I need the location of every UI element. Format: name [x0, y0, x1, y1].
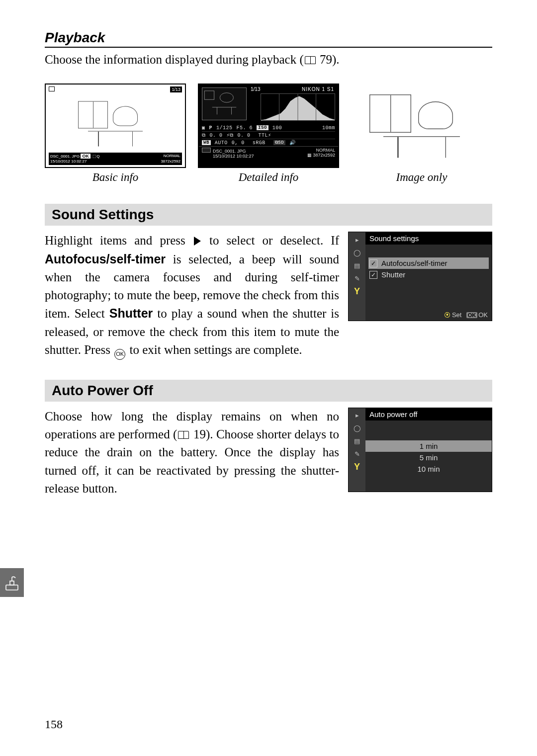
camera-model: NIKON 1 S1 — [302, 86, 334, 92]
apo-option-10min[interactable]: 10 min — [365, 463, 492, 475]
thumb-imageonly-caption: Image only — [396, 171, 448, 184]
menu-footer: ⦿Set OKOK — [365, 309, 492, 321]
thumb-detailed-image: 1/13 NIKON 1 S1 ▣ P 1/125 F5. 6 ISO 100 — [198, 84, 339, 168]
datetime: 15/10/2012 10:02:27 — [213, 154, 254, 159]
menu-items: ✓ Autofocus/self-timer ✓ Shutter — [365, 253, 492, 284]
flash-comp-icon: ⚡⧉ — [227, 132, 234, 138]
focal-length: 10mm — [322, 125, 335, 131]
ok-button-icon: OK — [114, 349, 125, 360]
side-tab-icon — [0, 568, 24, 597]
heading-auto-power-off: Auto Power Off — [45, 380, 492, 402]
thumb-basic: 1/13 DSC_0001. JPG OK: ⬚Q NORMAL 15/10/2… — [45, 84, 186, 184]
text: to exit when settings are complete. — [126, 343, 302, 356]
thumb-basic-caption: Basic info — [92, 171, 139, 184]
right-triangle-icon — [194, 237, 201, 246]
foot-ok: OK — [478, 311, 488, 319]
selector-icon: ⦿ — [444, 311, 450, 319]
dimensions: 3872x2592 — [313, 153, 335, 158]
apo-options: 1 min 5 min 10 min — [365, 440, 492, 475]
foot-set: Set — [452, 311, 462, 319]
heading-playback: Playback — [45, 30, 492, 48]
page-ref: 19 — [193, 427, 206, 441]
color-space: sRGB — [253, 140, 266, 146]
ok-pill: OK — [466, 312, 478, 318]
menu-screenshot-sound: ▸ ◯ ▤ ✎ Y Sound settings ✓ Autofocus/sel… — [348, 232, 492, 321]
svg-rect-9 — [10, 581, 14, 585]
frame-counter: 1/13 — [170, 86, 182, 92]
image-tab-icon: ▤ — [353, 438, 361, 445]
camera-icon: ▣ — [202, 125, 205, 131]
iso-value: 100 — [272, 125, 282, 131]
svg-rect-0 — [204, 91, 214, 99]
processing-tab-icon: ✎ — [353, 451, 361, 458]
wb-badge: WB — [202, 140, 211, 145]
menu-sidebar: ▸ ◯ ▤ ✎ Y — [349, 232, 365, 321]
menu-title: Sound settings — [365, 232, 492, 245]
histogram — [261, 93, 335, 120]
quality-label: NORMAL — [164, 154, 180, 159]
mini-thumbnail — [202, 87, 247, 120]
ok-badge: OK — [81, 154, 90, 159]
svg-point-1 — [220, 93, 233, 102]
frame-counter: 1/13 — [251, 86, 260, 92]
bold-autofocus: Autofocus/self-timer — [45, 252, 166, 266]
playback-intro: Choose the information displayed during … — [45, 51, 492, 69]
text: Choose the information displayed during … — [45, 53, 304, 66]
camera-tab-icon: ◯ — [353, 249, 361, 256]
bold-shutter: Shutter — [109, 306, 153, 320]
menu-item-autofocus[interactable]: ✓ Autofocus/self-timer — [368, 257, 489, 269]
flash-mode: TTL — [259, 133, 268, 138]
text: to select or deselect. If — [202, 234, 339, 247]
file-name: DSC_0001. JPG — [50, 154, 80, 159]
thumb-detailed: 1/13 NIKON 1 S1 ▣ P 1/125 F5. 6 ISO 100 — [198, 84, 339, 184]
checkbox-icon: ✓ — [369, 271, 377, 279]
page-ref-icon — [178, 431, 189, 439]
still-life-illustration — [78, 101, 153, 146]
playback-thumbnails: 1/13 DSC_0001. JPG OK: ⬚Q NORMAL 15/10/2… — [45, 84, 492, 184]
setup-tab-icon: Y — [353, 288, 361, 295]
playback-tab-icon: ▸ — [353, 236, 361, 243]
page-ref: 79 — [320, 53, 332, 66]
thumb-imageonly-image — [351, 84, 492, 168]
iso-badge: ISO — [257, 125, 268, 130]
exif-grid: ▣ P 1/125 F5. 6 ISO 100 10mm ⧉ 0. 0 ⚡⧉ 0… — [199, 123, 338, 146]
menu-screenshot-apo: ▸ ◯ ▤ ✎ Y Auto power off 1 min 5 min 10 … — [348, 408, 492, 492]
setup-tab-icon: Y — [353, 464, 361, 471]
flash-comp: 0. 0 — [238, 133, 251, 138]
datetime: 15/10/2012 10:02:27 — [50, 159, 87, 164]
apo-option-5min[interactable]: 5 min — [365, 452, 492, 463]
file-name: DSC_0001. JPG — [213, 149, 246, 154]
menu-item-label: Shutter — [381, 270, 405, 279]
wb-adjust: 0, 0 — [232, 140, 245, 146]
thumb-imageonly: Image only — [351, 84, 492, 184]
checkbox-icon: ✓ — [369, 259, 377, 267]
exposure-comp: 0. 0 — [210, 133, 223, 138]
shutter-speed: 1/125 — [216, 125, 233, 131]
white-balance: AUTO — [215, 140, 228, 146]
dots-icon — [202, 148, 211, 153]
picture-control: ⧉SD — [273, 140, 285, 145]
exif-footer: DSC_0001. JPG15/10/2012 10:02:27 NORMAL▦… — [199, 146, 338, 160]
thumb-basic-image: 1/13 DSC_0001. JPG OK: ⬚Q NORMAL 15/10/2… — [45, 84, 186, 168]
quality-label: NORMAL — [316, 148, 335, 153]
basic-info-overlay: DSC_0001. JPG OK: ⬚Q NORMAL 15/10/2012 1… — [49, 153, 182, 165]
playback-tab-icon: ▸ — [353, 412, 361, 419]
page-number: 158 — [45, 718, 63, 731]
menu-title: Auto power off — [365, 408, 492, 420]
aperture: F5. 6 — [237, 125, 253, 131]
still-life-illustration — [369, 94, 474, 157]
camera-icon — [49, 86, 55, 91]
processing-tab-icon: ✎ — [353, 275, 361, 282]
page-ref-icon — [305, 56, 316, 64]
menu-item-shutter[interactable]: ✓ Shutter — [368, 269, 489, 280]
text: ). — [332, 53, 340, 66]
text: Highlight items and press — [45, 234, 193, 247]
thumb-detailed-caption: Detailed info — [239, 171, 299, 184]
menu-sidebar: ▸ ◯ ▤ ✎ Y — [349, 408, 365, 492]
ev-icon: ⧉ — [202, 133, 206, 138]
heading-sound-settings: Sound Settings — [45, 204, 492, 226]
exposure-mode: P — [209, 125, 213, 131]
apo-option-1min[interactable]: 1 min — [365, 440, 492, 452]
menu-item-label: Autofocus/self-timer — [381, 259, 448, 267]
image-tab-icon: ▤ — [353, 262, 361, 269]
